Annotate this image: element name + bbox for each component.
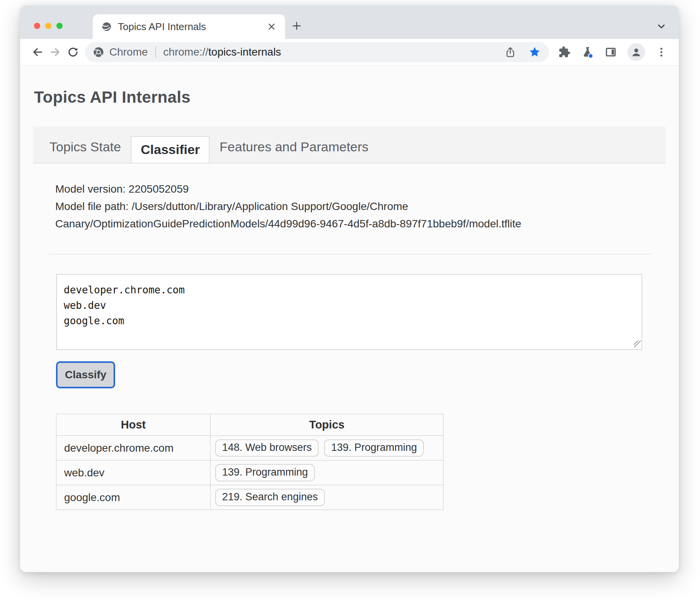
table-row: developer.chrome.com 148. Web browsers13… <box>56 436 443 461</box>
browser-tab-title: Topics API Internals <box>118 21 261 33</box>
new-tab-button[interactable] <box>291 20 303 32</box>
bookmark-star-icon[interactable] <box>525 42 544 62</box>
zoom-window-button[interactable] <box>56 23 63 29</box>
close-window-button[interactable] <box>34 23 40 29</box>
labs-flask-icon[interactable] <box>581 46 594 59</box>
model-info: Model version: 2205052059 Model file pat… <box>55 180 635 232</box>
topic-chip: 148. Web browsers <box>215 439 319 457</box>
browser-tab[interactable]: Topics API Internals <box>93 14 285 39</box>
close-tab-icon[interactable] <box>267 22 277 32</box>
side-panel-icon[interactable] <box>605 46 617 58</box>
section-divider <box>49 254 652 254</box>
page-tab-bar: Topics State Classifier Features and Par… <box>33 127 666 163</box>
topic-chip: 139. Programming <box>324 439 424 457</box>
site-settings-label[interactable]: Chrome <box>109 46 148 58</box>
browser-window: Topics API Internals <box>20 5 679 572</box>
address-bar[interactable]: Chrome chrome://topics-internals <box>85 42 549 62</box>
page-content: Topics API Internals Topics State Classi… <box>20 66 679 572</box>
classifier-panel: Model version: 2205052059 Model file pat… <box>33 163 666 510</box>
tab-features-and-parameters[interactable]: Features and Parameters <box>209 139 379 163</box>
kebab-menu-icon[interactable] <box>656 46 667 58</box>
hosts-input-wrapper: developer.chrome.com web.dev google.com <box>56 274 642 350</box>
share-icon[interactable] <box>501 42 520 62</box>
url-scheme: chrome:// <box>163 46 209 58</box>
profile-avatar[interactable] <box>627 43 645 61</box>
globe-favicon-icon <box>101 21 112 32</box>
model-file-path-line: Model file path: /Users/dutton/Library/A… <box>55 198 635 232</box>
reload-icon[interactable] <box>64 43 82 61</box>
browser-toolbar: Chrome chrome://topics-internals <box>20 39 679 66</box>
model-version-line: Model version: 2205052059 <box>55 180 635 198</box>
forward-icon[interactable] <box>46 43 64 61</box>
tab-classifier[interactable]: Classifier <box>131 136 209 163</box>
tabs-region: Topics State Classifier Features and Par… <box>33 127 666 510</box>
extensions-puzzle-icon[interactable] <box>558 46 571 58</box>
host-cell: google.com <box>56 485 211 510</box>
back-icon[interactable] <box>29 43 46 61</box>
hosts-input[interactable]: developer.chrome.com web.dev google.com <box>56 274 642 350</box>
classify-button[interactable]: Classify <box>56 361 115 388</box>
topic-chip: 139. Programming <box>215 464 315 481</box>
tab-search-chevron-icon[interactable] <box>656 21 667 32</box>
topic-chip: 219. Search engines <box>215 489 325 506</box>
table-row: google.com 219. Search engines <box>56 485 443 510</box>
browser-titlebar: Topics API Internals <box>20 5 679 39</box>
omnibox-divider <box>155 46 156 58</box>
topics-cell: 148. Web browsers139. Programming <box>211 436 443 461</box>
topics-cell: 139. Programming <box>211 461 443 485</box>
topics-column-header: Topics <box>211 414 443 436</box>
topics-cell: 219. Search engines <box>211 485 443 510</box>
screenshot-canvas: Topics API Internals <box>0 0 700 608</box>
host-column-header: Host <box>56 414 211 436</box>
table-header-row: Host Topics <box>56 414 443 436</box>
table-row: web.dev 139. Programming <box>56 461 443 485</box>
chrome-logo-icon <box>93 46 104 58</box>
url-host: topics-internals <box>208 46 281 58</box>
toolbar-actions <box>554 43 671 61</box>
tab-topics-state[interactable]: Topics State <box>39 139 131 163</box>
host-cell: developer.chrome.com <box>56 436 211 461</box>
window-controls <box>34 23 63 29</box>
minimize-window-button[interactable] <box>45 23 51 29</box>
page-title: Topics API Internals <box>34 88 679 107</box>
classification-results-table: Host Topics developer.chrome.com 148. We… <box>56 414 443 510</box>
host-cell: web.dev <box>56 461 211 485</box>
url-text[interactable]: chrome://topics-internals <box>163 46 281 58</box>
